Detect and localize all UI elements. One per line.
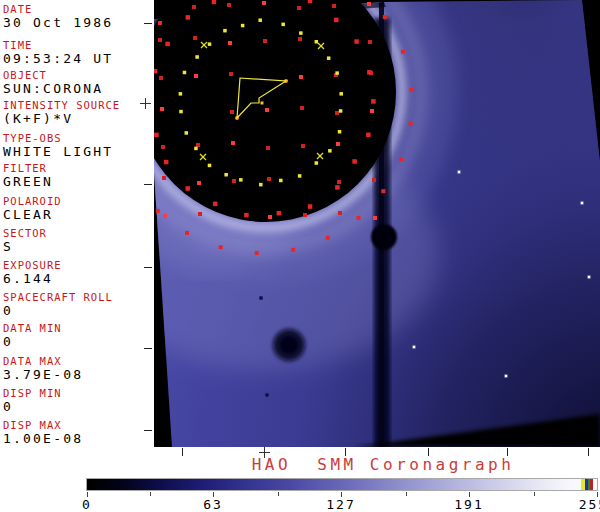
colorbar-tick-label: 191 (454, 497, 483, 512)
arc-fiducial-dot (156, 209, 160, 213)
inner-calibration-ring-dot (339, 92, 343, 96)
field-value: 0 (3, 335, 153, 349)
inner-calibration-ring-dot (195, 55, 199, 59)
left-axis-tick (144, 184, 152, 185)
fiducial-grid-dot (228, 41, 232, 45)
metadata-field: POLAROIDCLEAR (3, 196, 153, 222)
fiducial-grid-dot (298, 37, 302, 41)
fiducial-grid-dot (160, 107, 164, 111)
metadata-field: EXPOSURE6.144 (3, 260, 153, 286)
outer-calibration-ring-dot (371, 99, 376, 104)
metadata-field: DATA MIN0 (3, 323, 153, 349)
fiducial-grid-dot (268, 215, 272, 219)
outer-calibration-ring-dot (335, 185, 340, 190)
outer-calibration-ring-dot (165, 42, 170, 47)
star-point (505, 375, 507, 377)
fiducial-grid-dot (230, 110, 234, 114)
fiducial-grid-dot (194, 74, 198, 78)
fiducial-grid-dot (337, 180, 341, 184)
arc-fiducial-dot (255, 251, 259, 255)
fiducial-grid-dot (158, 38, 162, 42)
field-value: 0 (3, 304, 153, 318)
field-value: S (3, 240, 153, 254)
colorbar-minor-tick (406, 492, 407, 496)
fiducial-grid-dot (266, 146, 270, 150)
field-label: FILTER (3, 163, 153, 174)
star-point (581, 202, 583, 204)
field-value: (K+F)*V (3, 112, 153, 126)
outer-calibration-ring-dot (277, 211, 282, 216)
inner-calibration-ring-dot (298, 174, 302, 178)
arc-fiducial-dot (401, 50, 405, 54)
fiducial-grid-dot (303, 213, 307, 217)
field-value: WHITE LIGHT (3, 145, 153, 159)
fiducial-grid-dot (332, 4, 336, 8)
metadata-field: SPACECRAFT ROLL0 (3, 292, 153, 318)
occulter-ball (371, 224, 397, 250)
outer-calibration-ring-dot (308, 0, 313, 3)
image-title: HAO SMM Coronagraph (154, 455, 600, 474)
arc-fiducial-dot (409, 122, 413, 126)
field-label: EXPOSURE (3, 260, 153, 271)
fiducial-grid-dot (367, 2, 371, 6)
sun-center-marker (261, 102, 264, 105)
inner-calibration-ring-dot (327, 56, 331, 60)
metadata-field: TYPE-OBSWHITE LIGHT (3, 133, 153, 159)
left-axis-tick (144, 430, 152, 431)
inner-calibration-ring-dot (299, 31, 303, 35)
inner-calibration-ring-dot (179, 92, 183, 96)
metadata-field: OBJECTSUN:CORONA (3, 70, 153, 96)
inner-calibration-ring-dot (208, 164, 212, 168)
fiducial-grid-dot (372, 178, 376, 182)
outer-calibration-ring-dot (186, 15, 191, 20)
fiducial-grid-dot (193, 36, 197, 40)
fiducial-grid-dot (335, 111, 339, 115)
inner-calibration-ring-dot (335, 71, 339, 75)
outer-calibration-ring-dot (213, 202, 218, 207)
field-value: CLEAR (3, 208, 153, 222)
outer-calibration-ring-dot (367, 70, 372, 75)
app-window: DATE30 Oct 1986TIME09:53:24 UTOBJECTSUN:… (0, 0, 600, 512)
arc-fiducial-dot (383, 15, 387, 19)
inner-calibration-ring-dot (315, 40, 319, 44)
arc-fiducial-dot (399, 157, 403, 161)
fiducial-grid-dot (301, 144, 305, 148)
colorbar-tick-label: 63 (203, 497, 223, 512)
outer-calibration-ring-dot (334, 18, 339, 23)
outer-calibration-ring-dot (308, 204, 313, 209)
inner-calibration-ring-dot (339, 109, 343, 113)
inner-calibration-ring-dot (241, 24, 245, 28)
fiducial-grid-dot (198, 212, 202, 216)
fiducial-grid-dot (159, 76, 163, 80)
star-point (458, 171, 460, 173)
inner-calibration-ring-dot (183, 71, 187, 75)
field-label: TIME (3, 40, 153, 51)
field-value: 0 (3, 400, 153, 414)
fiducial-grid-dot (227, 3, 231, 7)
outer-calibration-ring-dot (164, 160, 169, 165)
metadata-field: INTENSITY SOURCE(K+F)*V (3, 100, 153, 126)
inner-calibration-ring-dot (239, 178, 243, 182)
star-point (588, 276, 590, 278)
fiducial-grid-dot (368, 40, 372, 44)
inner-calibration-ring-dot (279, 179, 283, 183)
coronagraph-canvas (154, 0, 600, 447)
colorbar (86, 478, 598, 491)
metadata-field: TIME09:53:24 UT (3, 40, 153, 66)
inner-calibration-ring-dot (179, 110, 183, 114)
inner-calibration-ring-dot (328, 149, 332, 153)
outer-calibration-ring-dot (154, 69, 157, 74)
fiducial-grid-dot (338, 211, 342, 215)
outer-calibration-ring-dot (154, 133, 159, 138)
field-label: SPACECRAFT ROLL (3, 292, 153, 303)
arc-fiducial-dot (381, 189, 385, 193)
field-label: OBJECT (3, 70, 153, 81)
field-label: INTENSITY SOURCE (3, 100, 153, 111)
inner-calibration-ring-dot (224, 173, 228, 177)
arc-fiducial-dot (291, 248, 295, 252)
fiducial-grid-dot (161, 145, 165, 149)
metadata-field: DATA MAX3.79E-08 (3, 356, 153, 382)
coronagraph-image (154, 0, 600, 447)
fiducial-grid-dot (297, 6, 301, 10)
fiducial-grid-dot (197, 181, 201, 185)
